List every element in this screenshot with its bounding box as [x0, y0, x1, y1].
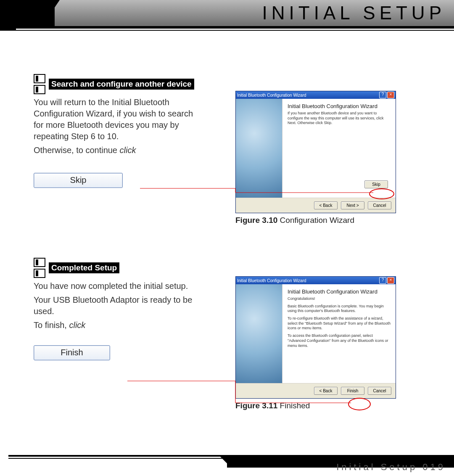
step-paragraph: Otherwise, to continue click: [34, 145, 193, 156]
step-paragraph: You have now completed the initial setup…: [34, 280, 210, 292]
step-heading: Completed Setup: [49, 262, 119, 273]
text: To finish,: [34, 320, 69, 330]
dialog-text: Basic Bluetooth configuration is complet…: [288, 304, 391, 314]
figure-caption: Figure 3.11 Finished: [235, 401, 412, 410]
footer-band: Initial Setup 019: [0, 451, 454, 476]
dialog-text: Congratulations!: [288, 296, 391, 301]
figure-text: Configuration Wizard: [277, 216, 354, 225]
dialog-titlebar: Initial Bluetooth Configuration Wizard ?…: [236, 91, 396, 99]
figure-label: Figure 3.10: [235, 216, 277, 225]
step-paragraph: To finish, click: [34, 320, 193, 331]
page-title: Initial Setup: [262, 3, 446, 24]
wizard-globe-image: [236, 284, 282, 383]
dialog-text: If you have another Bluetooth device and…: [288, 111, 391, 126]
wizard-globe-image: [236, 99, 282, 198]
step-heading: Search and configure another device: [49, 79, 194, 90]
step-number-icon: [34, 74, 45, 83]
footer-text: Initial Setup 019: [336, 462, 446, 473]
content-area: Search and configure another device You …: [34, 74, 429, 410]
header-leftblock: [0, 26, 16, 31]
step-paragraph: You will return to the Initial Bluetooth…: [34, 97, 193, 142]
step-11: Completed Setup You have now completed t…: [34, 258, 429, 410]
dialog-window: Initial Bluetooth Configuration Wizard ?…: [235, 91, 396, 213]
manual-page: Initial Setup Search and configure anoth…: [0, 0, 454, 476]
dialog-title: Initial Bluetooth Configuration Wizard: [237, 93, 306, 98]
dialog-heading: Initial Bluetooth Configuration Wizard: [288, 103, 391, 109]
text-emphasis: click: [120, 145, 136, 155]
back-button[interactable]: < Back: [314, 387, 338, 395]
dialog-footer: < Back Finish Cancel: [236, 383, 396, 398]
dialog-text: To re-configure Bluetooth with the assis…: [288, 316, 391, 331]
next-button[interactable]: Next >: [341, 201, 364, 209]
close-icon[interactable]: ×: [387, 92, 394, 98]
step-10: Search and configure another device You …: [34, 74, 429, 225]
header-band: Initial Setup: [0, 0, 454, 33]
text: Otherwise, to continue: [34, 145, 120, 155]
close-icon[interactable]: ×: [387, 277, 394, 284]
step-number-icon: [34, 269, 45, 278]
step-number-icon: [34, 85, 45, 94]
figure-label: Figure 3.11: [235, 401, 277, 410]
finish-button[interactable]: Finish: [341, 387, 364, 395]
help-icon[interactable]: ?: [379, 277, 386, 284]
help-icon[interactable]: ?: [379, 92, 386, 98]
dialog-footer: < Back Next > Cancel: [236, 198, 396, 213]
dialog-title: Initial Bluetooth Configuration Wizard: [237, 278, 306, 283]
figure-caption: Figure 3.10 Configuration Wizard: [235, 216, 412, 225]
skip-button[interactable]: Skip: [364, 180, 388, 188]
text-emphasis: click: [69, 320, 85, 330]
back-button[interactable]: < Back: [314, 201, 338, 209]
step-paragraph: Your USB Bluetooth Adaptor is ready to b…: [34, 294, 210, 317]
step-number-icon: [34, 258, 45, 267]
header-rule-thick: [13, 26, 454, 29]
header-rule-thin: [13, 30, 454, 31]
dialog-text: To access the Bluetooth configuration pa…: [288, 333, 391, 348]
cancel-button[interactable]: Cancel: [368, 201, 391, 209]
dialog-window: Initial Bluetooth Configuration Wizard ?…: [235, 276, 396, 399]
skip-button-illustration: Skip: [34, 173, 123, 188]
figure-text: Finished: [277, 401, 310, 410]
cancel-button[interactable]: Cancel: [368, 387, 391, 395]
dialog-titlebar: Initial Bluetooth Configuration Wizard ?…: [236, 277, 396, 284]
dialog-heading: Initial Bluetooth Configuration Wizard: [288, 288, 391, 295]
finish-button-illustration: Finish: [34, 345, 110, 360]
